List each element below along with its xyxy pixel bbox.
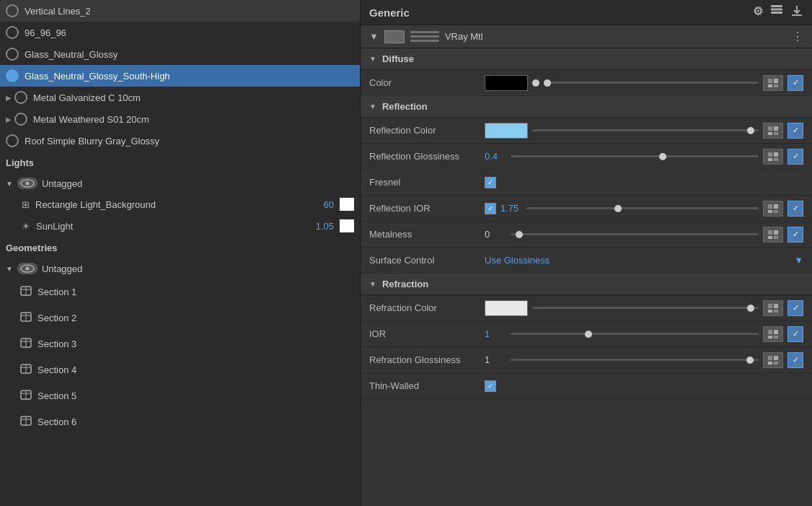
surface-control-value: Use Glossiness: [485, 255, 550, 266]
refraction-section-header[interactable]: ▼ Refraction: [361, 274, 812, 295]
svg-rect-38: [768, 204, 772, 209]
check-button[interactable]: ✓: [787, 201, 803, 217]
material-icon: [6, 134, 19, 147]
color-swatch-black[interactable]: [485, 75, 528, 91]
list-item[interactable]: 96_96_96: [0, 22, 360, 43]
dropdown-arrow-icon[interactable]: ▼: [794, 255, 803, 266]
list-item[interactable]: ▶ Metal Weathered S01 20cm: [0, 108, 360, 130]
check-button[interactable]: ✓: [787, 227, 803, 243]
swatch-button[interactable]: [763, 352, 783, 368]
prop-row-color: Color ✓: [361, 70, 812, 96]
check-button[interactable]: ✓: [787, 75, 803, 91]
refraction-color-slider[interactable]: [532, 302, 759, 314]
reflection-glossiness-slider[interactable]: [511, 151, 759, 162]
settings-icon[interactable]: ⚙: [753, 4, 763, 20]
reflection-section-header[interactable]: ▼ Reflection: [361, 96, 812, 118]
list-item[interactable]: Vertical Lines_2: [0, 0, 360, 22]
list-item[interactable]: ▶ Metal Galvanized C 10cm: [0, 87, 360, 108]
material-icon-active: [6, 69, 19, 82]
rect-light-swatch[interactable]: [340, 198, 354, 211]
reflection-color-slider[interactable]: [532, 125, 759, 136]
mat-expand-arrow[interactable]: ▼: [369, 31, 379, 42]
list-item[interactable]: Roof Simple Blurry Gray_Glossy: [0, 130, 360, 152]
metalness-value: 0: [485, 229, 506, 240]
prop-row-metalness: Metalness 0 ✓: [361, 222, 812, 248]
props-area: ▼ Diffuse Color ✓ ▼ Ref: [361, 48, 812, 506]
swatch-button[interactable]: [763, 123, 783, 139]
svg-rect-25: [792, 14, 802, 16]
swatch-button[interactable]: [763, 149, 783, 165]
svg-point-3: [25, 267, 29, 271]
metalness-slider[interactable]: [511, 229, 759, 240]
section-item-1[interactable]: Section 1: [0, 279, 360, 305]
reflection-color-controls: ✓: [485, 123, 803, 139]
check-button[interactable]: ✓: [787, 326, 803, 342]
sun-icon: ☀: [22, 221, 30, 232]
collapse-arrow-icon: ▼: [6, 265, 13, 273]
svg-rect-43: [774, 230, 778, 235]
check-button[interactable]: ✓: [787, 300, 803, 316]
ior-value: 1: [485, 328, 506, 339]
refraction-glossiness-slider[interactable]: [511, 354, 759, 366]
section-item-3[interactable]: Section 3: [0, 331, 360, 357]
diffuse-arrow-icon: ▼: [369, 55, 376, 63]
svg-rect-36: [768, 158, 772, 161]
list-item-active[interactable]: Glass_Neutral_Glossy_South-High: [0, 65, 360, 87]
section-item-6[interactable]: Section 6: [0, 409, 360, 435]
mat-menu-icon[interactable]: ⋮: [792, 30, 803, 43]
lights-group-header[interactable]: ▼ Untagged: [0, 173, 360, 193]
swatch-button[interactable]: [763, 326, 783, 342]
svg-rect-49: [774, 310, 778, 313]
prop-row-reflection-glossiness: Reflection Glossiness 0.4 ✓: [361, 144, 812, 170]
material-label: Roof Simple Blurry Gray_Glossy: [25, 136, 159, 147]
prop-row-reflection-color: Reflection Color ✓: [361, 118, 812, 144]
diffuse-section-header[interactable]: ▼ Diffuse: [361, 48, 812, 70]
light-item-sun[interactable]: ☀ SunLight 1.05: [0, 215, 360, 237]
surface-control-controls: Use Glossiness ▼: [485, 255, 803, 266]
reflection-title: Reflection: [382, 101, 428, 112]
prop-row-thin-walled: Thin-Walled ✓: [361, 373, 812, 399]
reflection-ior-slider[interactable]: [526, 203, 759, 214]
sun-light-label: SunLight: [36, 221, 73, 232]
section-label: Section 4: [37, 365, 76, 375]
expand-arrow-icon: ▶: [6, 115, 12, 123]
swatch-button[interactable]: [763, 201, 783, 217]
svg-rect-23: [771, 9, 782, 11]
section-item-5[interactable]: Section 5: [0, 383, 360, 409]
prop-row-surface-control: Surface Control Use Glossiness ▼: [361, 248, 812, 274]
export-icon[interactable]: [790, 4, 803, 20]
reflection-color-swatch[interactable]: [485, 123, 528, 139]
check-button[interactable]: ✓: [787, 352, 803, 368]
mat-color-rect: [384, 30, 405, 43]
swatch-button[interactable]: [763, 300, 783, 316]
layers-icon[interactable]: [770, 4, 783, 20]
section-item-2[interactable]: Section 2: [0, 305, 360, 331]
thin-walled-checkbox[interactable]: ✓: [485, 380, 496, 392]
material-icon: [14, 91, 27, 104]
svg-rect-35: [774, 152, 778, 157]
eye-toggle-geom-icon[interactable]: [17, 263, 37, 274]
sun-light-swatch[interactable]: [340, 219, 354, 232]
check-button[interactable]: ✓: [787, 149, 803, 165]
section-item-4[interactable]: Section 4: [0, 357, 360, 383]
swatch-button[interactable]: [763, 227, 783, 243]
ior-controls: 1 ✓: [485, 326, 803, 342]
list-item[interactable]: Glass_Neutral_Glossy: [0, 43, 360, 65]
color-slider[interactable]: [544, 77, 759, 89]
eye-toggle-icon[interactable]: [17, 178, 37, 189]
geometries-group-header[interactable]: ▼ Untagged: [0, 258, 360, 279]
refraction-color-swatch[interactable]: [485, 300, 528, 316]
material-row: ▼ VRay Mtl ⋮: [361, 25, 812, 48]
slider-thumb: [516, 231, 523, 238]
fresnel-controls: ✓: [485, 177, 803, 188]
swatch-button[interactable]: [763, 75, 783, 91]
reflection-glossiness-controls: 0.4 ✓: [485, 149, 803, 165]
refraction-glossiness-value: 1: [485, 354, 506, 365]
header-icons: ⚙: [753, 4, 803, 20]
check-button[interactable]: ✓: [787, 123, 803, 139]
svg-rect-54: [768, 356, 772, 360]
reflection-ior-checkbox[interactable]: ✓: [485, 203, 496, 214]
light-item-rectangle[interactable]: ⊞ Rectangle Light_Background 60: [0, 193, 360, 215]
ior-slider[interactable]: [511, 328, 759, 340]
fresnel-checkbox[interactable]: ✓: [485, 177, 496, 188]
